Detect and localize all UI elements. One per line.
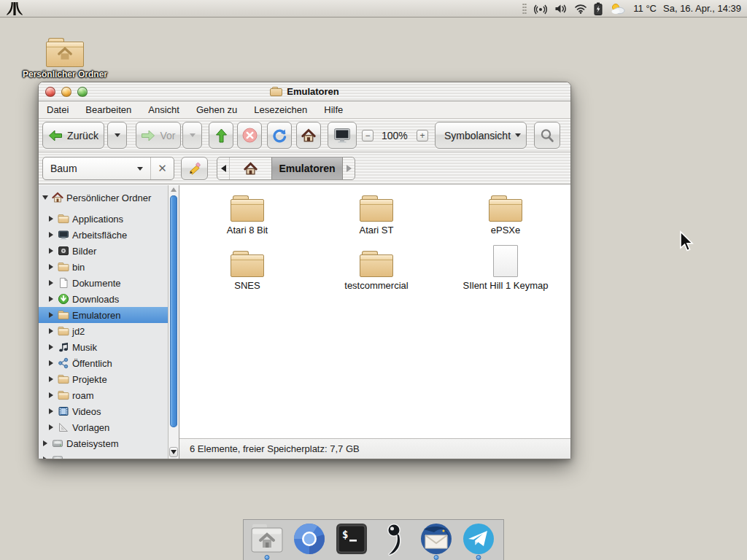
sidebar-scrollbar[interactable]: [168, 185, 179, 459]
reload-button[interactable]: [267, 122, 292, 149]
dock-thunderbird[interactable]: [419, 522, 453, 559]
breadcrumb-scroll-left-button[interactable]: [217, 158, 229, 179]
sidebar-item-dateisystem[interactable]: Dateisystem: [39, 435, 168, 451]
temperature-readout[interactable]: 11 °C: [633, 3, 657, 14]
maximize-window-button[interactable]: [77, 87, 88, 97]
sidebar-item-vorlagen[interactable]: Vorlagen: [39, 419, 168, 435]
battery-icon[interactable]: [594, 2, 603, 15]
expander-icon[interactable]: [47, 408, 55, 414]
edit-path-button[interactable]: [181, 157, 208, 180]
sidebar-item-videos[interactable]: Videos: [39, 403, 168, 419]
expander-icon[interactable]: [47, 344, 55, 350]
expander-icon[interactable]: [47, 296, 55, 302]
menu-lesezeichen[interactable]: Lesezeichen: [254, 104, 307, 115]
expander-icon[interactable]: [42, 440, 49, 446]
expander-icon[interactable]: [47, 328, 55, 334]
zoom-in-button[interactable]: +: [417, 130, 428, 141]
file-item-atari-8-bit[interactable]: Atari 8 Bit: [189, 195, 306, 236]
file-item-testcommercial[interactable]: testcommercial: [318, 251, 435, 291]
fullscreen-display-button[interactable]: [328, 122, 357, 149]
sidebar-item-projekte[interactable]: Projekte: [39, 371, 168, 387]
minimize-window-button[interactable]: [61, 87, 71, 97]
sidebar-item-emulatoren[interactable]: Emulatoren: [39, 307, 168, 323]
forward-history-dropdown[interactable]: [182, 122, 202, 149]
search-icon: [540, 128, 554, 143]
sidebar-item-arbeitsflaeche[interactable]: Arbeitsfläche: [39, 227, 168, 243]
forward-button[interactable]: Vor: [136, 122, 181, 149]
search-button[interactable]: [534, 122, 560, 149]
clock[interactable]: Sa, 16. Apr., 14:39: [663, 3, 741, 14]
menu-hilfe[interactable]: Hilfe: [324, 104, 343, 115]
back-history-dropdown[interactable]: [107, 122, 127, 149]
running-indicator: [476, 555, 481, 560]
menu-bearbeiten[interactable]: Bearbeiten: [85, 104, 131, 115]
sidebar-item-label: Dokumente: [72, 278, 120, 289]
sidebar-item-downloads[interactable]: Downloads: [39, 291, 168, 307]
zoom-out-button[interactable]: −: [362, 130, 374, 141]
file-item-silent-hill-1-keymap[interactable]: SIlent Hill 1 Keymap: [447, 245, 564, 291]
sidebar-item-dokumente[interactable]: Dokumente: [39, 275, 168, 291]
dock-telegram[interactable]: [462, 522, 495, 559]
weather-icon[interactable]: [609, 2, 627, 15]
scrollbar-thumb[interactable]: [170, 195, 177, 427]
expander-icon[interactable]: [47, 280, 55, 286]
expander-icon[interactable]: [47, 360, 55, 366]
home-folder-icon: [46, 38, 84, 67]
sidebar-item-jd2[interactable]: jd2: [39, 323, 168, 339]
breadcrumb-current-folder[interactable]: Emulatoren: [271, 158, 343, 179]
menu-ansicht[interactable]: Ansicht: [148, 104, 179, 115]
view-mode-select[interactable]: Symbolansicht: [435, 122, 527, 149]
expander-icon[interactable]: [47, 424, 55, 430]
mouse-cursor: [678, 230, 694, 252]
expander-icon[interactable]: [42, 195, 49, 200]
up-button[interactable]: [209, 122, 233, 149]
window-titlebar[interactable]: Emulatoren: [39, 82, 570, 101]
sidebar-item-oeffentlich[interactable]: Öffentlich: [39, 355, 168, 371]
applications-menu-atari-icon[interactable]: [6, 1, 23, 17]
sidebar-item-bilder[interactable]: Bilder: [39, 243, 168, 259]
desktop-home-folder[interactable]: Persönlicher Ordner: [20, 38, 109, 79]
reload-icon: [272, 128, 287, 143]
sidebar-item-applications[interactable]: Applications: [39, 211, 168, 227]
back-button[interactable]: Zurück: [42, 122, 104, 149]
sidebar-item-bin[interactable]: bin: [39, 259, 168, 275]
tray-grip-handle[interactable]: [522, 3, 527, 15]
running-indicator: [265, 555, 270, 560]
file-item-epsxe[interactable]: ePSXe: [447, 195, 564, 236]
menu-datei[interactable]: Datei: [47, 104, 69, 115]
expander-icon[interactable]: [47, 392, 55, 398]
wifi-icon[interactable]: [574, 4, 587, 14]
expander-icon[interactable]: [47, 312, 55, 318]
expander-icon[interactable]: [47, 216, 55, 222]
expander-icon[interactable]: [47, 376, 55, 382]
expander-icon[interactable]: [47, 232, 55, 238]
home-icon: [301, 128, 316, 143]
file-icon: [493, 245, 518, 277]
sidebar-item-musik[interactable]: Musik: [39, 339, 168, 355]
scroll-down-button[interactable]: [169, 447, 178, 457]
sidebar-item-roam[interactable]: roam: [39, 387, 168, 403]
home-button[interactable]: [296, 122, 321, 149]
dock-terminal[interactable]: $: [335, 522, 368, 559]
network-signal-icon[interactable]: [533, 3, 548, 15]
breadcrumb-home-button[interactable]: [229, 158, 271, 179]
expander-icon[interactable]: [47, 264, 55, 270]
breadcrumb-scroll-right-button[interactable]: [343, 158, 355, 179]
sidebar-item-clipped[interactable]: [39, 451, 168, 459]
volume-icon[interactable]: [554, 3, 568, 15]
folder-icon: [58, 213, 69, 225]
side-pane-mode-select[interactable]: Baum ✕: [42, 157, 174, 180]
dock-musescore[interactable]: [377, 522, 411, 559]
dock-file-manager[interactable]: [250, 522, 284, 559]
expander-icon[interactable]: [47, 248, 55, 254]
close-window-button[interactable]: [45, 87, 55, 97]
music-icon: [58, 341, 69, 353]
close-side-pane-button[interactable]: ✕: [150, 158, 174, 179]
stop-button[interactable]: [237, 122, 262, 149]
file-item-snes[interactable]: SNES: [189, 251, 306, 291]
dock-chromium[interactable]: [293, 522, 326, 559]
file-list-area[interactable]: Atari 8 Bit Atari ST ePSXe SNES testcomm…: [179, 185, 570, 438]
menu-gehen-zu[interactable]: Gehen zu: [196, 104, 237, 115]
sidebar-item-persoenlicher-ordner[interactable]: Persönlicher Ordner: [39, 190, 168, 206]
file-item-atari-st[interactable]: Atari ST: [318, 195, 435, 236]
